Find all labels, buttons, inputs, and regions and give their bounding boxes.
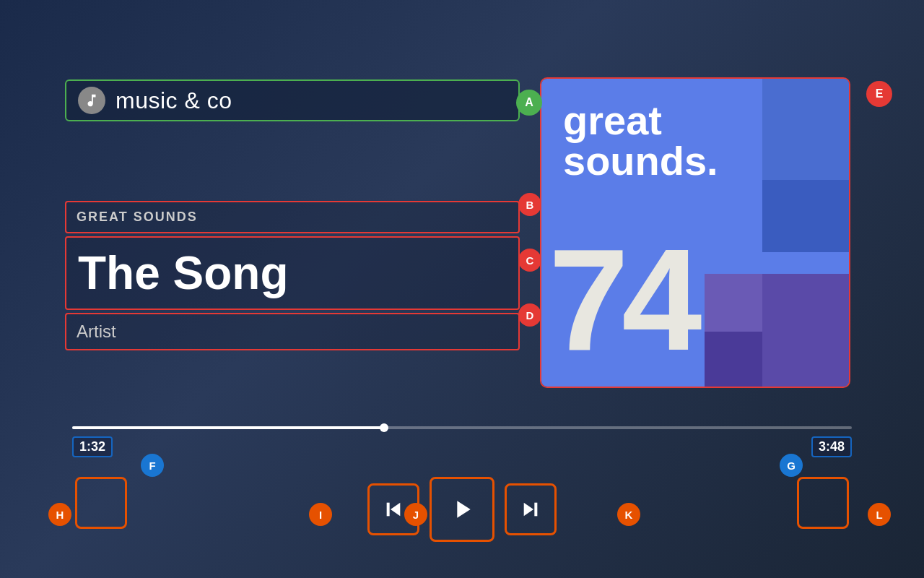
track-label: GREAT SOUNDS — [65, 201, 520, 233]
badge-g: G — [780, 454, 803, 477]
play-icon — [448, 495, 476, 524]
badge-i: I — [309, 503, 332, 526]
album-line2: sounds. — [563, 141, 718, 181]
deco-block-1 — [762, 79, 849, 180]
progress-section: 1:32 3:48 — [72, 426, 852, 444]
svg-marker-2 — [457, 501, 470, 517]
badge-e: E — [866, 81, 892, 107]
music-icon — [78, 87, 105, 114]
deco-block-5 — [705, 332, 762, 388]
deco-block-2 — [762, 180, 849, 252]
badge-d: D — [518, 303, 541, 327]
badge-j: J — [404, 503, 427, 526]
progress-knob[interactable] — [380, 423, 388, 432]
controls-center — [365, 477, 559, 542]
play-button[interactable] — [430, 477, 494, 542]
skip-back-icon — [382, 498, 405, 521]
next-button[interactable] — [505, 483, 557, 535]
track-title: The Song — [65, 236, 520, 310]
time-current: 1:32 — [72, 436, 113, 457]
music-note-icon — [84, 92, 100, 108]
svg-marker-3 — [524, 503, 533, 517]
app-title-text: music & co — [116, 87, 232, 114]
svg-rect-4 — [534, 503, 537, 517]
album-art-inner: great sounds. 74 — [541, 79, 849, 387]
album-art: great sounds. 74 — [540, 77, 850, 388]
track-artist: Artist — [65, 313, 520, 350]
album-line1: great — [563, 100, 718, 141]
skip-forward-icon — [519, 498, 542, 521]
extra-left-button[interactable] — [75, 477, 127, 529]
time-total: 3:48 — [811, 436, 852, 457]
deco-block-4 — [762, 274, 849, 388]
app-title-bar: music & co — [65, 79, 520, 121]
album-text: great sounds. — [563, 100, 718, 181]
badge-b: B — [518, 193, 541, 216]
badge-f-inner: F — [141, 454, 164, 477]
badge-l: L — [868, 503, 891, 526]
badge-k: K — [617, 503, 640, 526]
badge-h: H — [48, 503, 71, 526]
svg-marker-0 — [391, 503, 400, 517]
left-panel: music & co GREAT SOUNDS The Song Artist — [65, 79, 520, 350]
badge-f: F — [141, 454, 164, 477]
progress-bar[interactable] — [72, 426, 852, 429]
extra-right-button[interactable] — [797, 477, 849, 529]
deco-block-3 — [705, 274, 762, 332]
badge-g-inner: G — [780, 454, 803, 477]
album-number: 74 — [549, 228, 694, 372]
badge-a: A — [516, 90, 542, 116]
svg-rect-1 — [387, 503, 390, 517]
badge-c: C — [518, 249, 541, 272]
progress-fill — [72, 426, 384, 429]
